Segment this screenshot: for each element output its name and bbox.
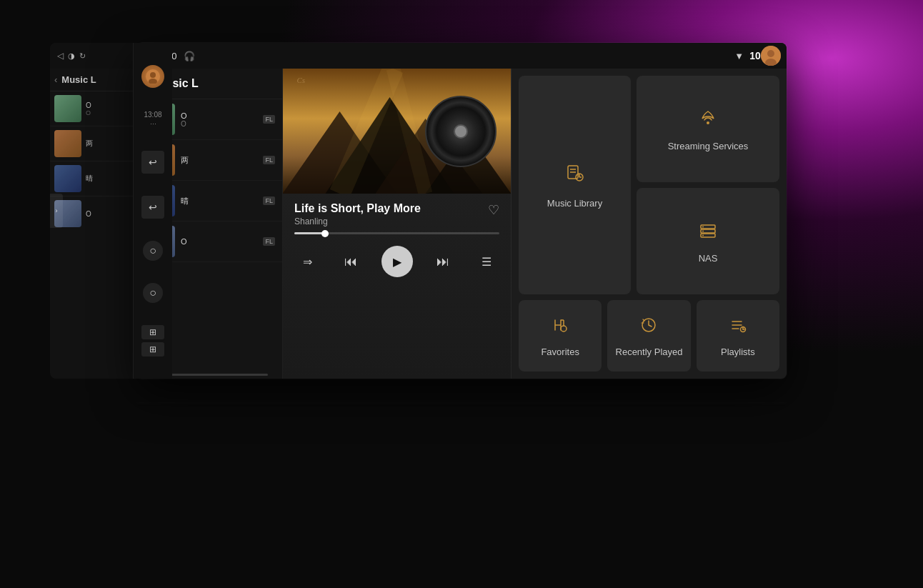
status-bar: 🔊 20 🎧 ▼ 10:16 <box>136 43 787 69</box>
playlists-card[interactable]: Playlists <box>697 300 779 372</box>
favorites-label: Favorites <box>541 347 579 357</box>
right-time: 13:08⋯ <box>144 110 161 129</box>
playlist-info-3: 晴 <box>181 196 257 206</box>
progress-track[interactable] <box>294 232 499 234</box>
album-art: Cs <box>283 69 511 194</box>
track-artist: Shanling <box>294 216 421 226</box>
circle-button-2[interactable]: ○ <box>143 283 163 303</box>
expand-arrow[interactable]: › <box>50 194 63 228</box>
svg-point-35 <box>150 72 156 78</box>
svg-point-32 <box>767 50 774 57</box>
playlist-name-1: O <box>181 111 257 120</box>
right-grid-icons: ⊞ ⊞ <box>141 325 164 357</box>
playlist-info-2: 两 <box>181 155 257 166</box>
heart-button[interactable]: ♡ <box>488 202 499 218</box>
next-button[interactable]: ⏭ <box>430 249 456 274</box>
svg-text:Cs: Cs <box>297 76 306 84</box>
player-panel: Cs Life is Short, Play More Shanling ♡ <box>283 69 512 379</box>
progress-bar-area[interactable] <box>283 232 511 241</box>
music-library-icon <box>562 161 588 191</box>
playlist-badge-1: FL <box>263 115 275 124</box>
playlist-badge-3: FL <box>263 196 275 205</box>
back-right-button[interactable]: ↩ <box>141 151 164 174</box>
progress-dot <box>321 230 329 237</box>
shuffle-button[interactable]: ⇒ <box>294 249 320 274</box>
playlist-name-2: 两 <box>181 155 257 166</box>
svg-point-14 <box>707 121 709 124</box>
playlist-badge-4: FL <box>263 237 275 246</box>
music-library-label: Music Library <box>547 198 602 209</box>
user-avatar[interactable] <box>761 46 781 66</box>
playlist-info-1: O O <box>181 111 257 128</box>
right-controls-panel: 13:08⋯ ↩ ↩ ○ ○ ⊞ ⊞ <box>133 43 172 379</box>
grid-button-1[interactable]: ⊞ <box>141 325 164 339</box>
menu-grid-top: Music Library Streaming Service <box>519 76 779 294</box>
queue-button[interactable]: ☰ <box>474 249 499 274</box>
playlists-label: Playlists <box>721 347 755 357</box>
player-info: Life is Short, Play More Shanling ♡ <box>283 194 511 232</box>
circle-button-1[interactable]: ○ <box>143 241 163 261</box>
track-title: Life is Short, Play More <box>294 202 421 215</box>
nas-label: NAS <box>699 253 718 264</box>
playlist-name-3: 晴 <box>181 196 257 206</box>
main-content: ‹ Music L O O FL 两 FL <box>136 69 787 379</box>
nas-icon <box>697 219 719 246</box>
svg-point-21 <box>561 326 567 332</box>
streaming-services-card[interactable]: Streaming Services <box>637 76 779 182</box>
return-right-button[interactable]: ↩ <box>141 196 164 219</box>
main-screen: 🔊 20 🎧 ▼ 10:16 ‹ Music L O O <box>136 43 787 379</box>
play-button[interactable]: ▶ <box>381 246 413 277</box>
streaming-icon <box>697 107 719 134</box>
recently-played-icon <box>638 314 659 339</box>
playlists-icon <box>727 314 749 339</box>
favorites-card[interactable]: Favorites <box>519 300 602 372</box>
playlist-badge-2: FL <box>263 156 275 164</box>
vinyl-center <box>454 124 468 139</box>
grid-button-2[interactable]: ⊞ <box>141 342 164 357</box>
playlist-name-4: O <box>181 237 257 246</box>
playlist-sub-1: O <box>181 120 257 128</box>
nas-card[interactable]: NAS <box>637 188 779 294</box>
right-avatar[interactable] <box>141 65 164 88</box>
playlist-info-4: O <box>181 237 257 246</box>
streaming-label: Streaming Services <box>668 141 749 151</box>
top-right-col: Streaming Services <box>637 76 779 294</box>
player-controls: ⇒ ⏮ ▶ ⏭ ☰ <box>283 241 511 283</box>
favorites-icon <box>549 314 571 339</box>
recently-played-label: Recently Played <box>616 347 683 357</box>
music-library-card[interactable]: Music Library <box>519 76 631 294</box>
progress-fill <box>294 232 325 234</box>
menu-grid-panel: Music Library Streaming Service <box>512 69 787 379</box>
track-details: Life is Short, Play More Shanling <box>294 202 421 226</box>
vinyl-record <box>425 96 497 167</box>
menu-grid-bottom: Favorites Recently Played <box>519 300 779 372</box>
wifi-icon: ▼ <box>734 51 744 61</box>
prev-button[interactable]: ⏮ <box>338 249 364 274</box>
headphone-icon: 🎧 <box>184 51 195 61</box>
recently-played-card[interactable]: Recently Played <box>607 300 690 372</box>
